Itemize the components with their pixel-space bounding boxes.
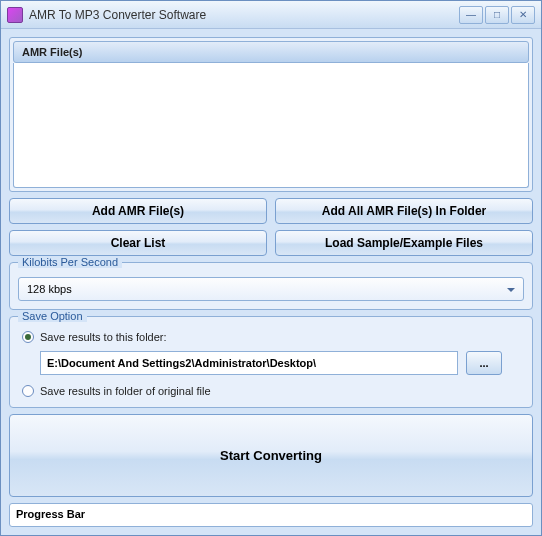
save-path-input[interactable] (40, 351, 458, 375)
maximize-button[interactable]: □ (485, 6, 509, 24)
path-row: ... (18, 345, 524, 383)
window-title: AMR To MP3 Converter Software (29, 8, 459, 22)
button-row-2: Clear List Load Sample/Example Files (9, 230, 533, 256)
progress-label: Progress Bar (16, 508, 85, 520)
save-option-group: Save Option Save results to this folder:… (9, 316, 533, 408)
save-to-folder-row[interactable]: Save results to this folder: (18, 329, 524, 345)
save-to-folder-radio[interactable] (22, 331, 34, 343)
progress-bar: Progress Bar (9, 503, 533, 527)
file-list-panel: AMR File(s) (9, 37, 533, 192)
add-folder-button[interactable]: Add All AMR File(s) In Folder (275, 198, 533, 224)
save-original-folder-radio[interactable] (22, 385, 34, 397)
save-option-group-label: Save Option (18, 310, 87, 322)
minimize-button[interactable]: — (459, 6, 483, 24)
kilobits-group: Kilobits Per Second 128 kbps (9, 262, 533, 310)
client-area: AMR File(s) Add AMR File(s) Add All AMR … (1, 29, 541, 535)
close-button[interactable]: ✕ (511, 6, 535, 24)
app-window: AMR To MP3 Converter Software — □ ✕ AMR … (0, 0, 542, 536)
kilobits-selected-value: 128 kbps (27, 283, 72, 295)
browse-button[interactable]: ... (466, 351, 502, 375)
file-list[interactable] (13, 63, 529, 188)
load-sample-button[interactable]: Load Sample/Example Files (275, 230, 533, 256)
add-files-button[interactable]: Add AMR File(s) (9, 198, 267, 224)
save-original-folder-label: Save results in folder of original file (40, 385, 211, 397)
button-row-1: Add AMR File(s) Add All AMR File(s) In F… (9, 198, 533, 224)
save-original-folder-row[interactable]: Save results in folder of original file (18, 383, 524, 399)
file-list-header: AMR File(s) (13, 41, 529, 63)
kilobits-group-label: Kilobits Per Second (18, 256, 122, 268)
app-icon (7, 7, 23, 23)
clear-list-button[interactable]: Clear List (9, 230, 267, 256)
kilobits-select[interactable]: 128 kbps (18, 277, 524, 301)
save-to-folder-label: Save results to this folder: (40, 331, 167, 343)
window-controls: — □ ✕ (459, 6, 535, 24)
titlebar: AMR To MP3 Converter Software — □ ✕ (1, 1, 541, 29)
start-converting-button[interactable]: Start Converting (9, 414, 533, 497)
